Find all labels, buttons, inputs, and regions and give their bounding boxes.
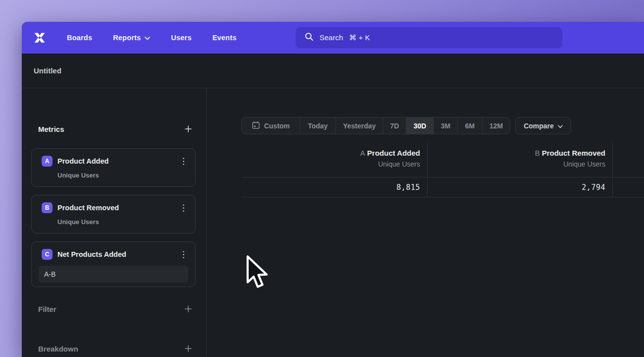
range-label: 30D bbox=[414, 122, 427, 130]
metric-card-b[interactable]: B Product Removed Unique Users bbox=[31, 195, 196, 234]
column-prefix: B bbox=[535, 149, 540, 157]
metric-badge: B bbox=[42, 202, 53, 213]
metric-value: 8,815 bbox=[396, 183, 420, 192]
range-label: 7D bbox=[390, 122, 399, 130]
metric-card-a[interactable]: A Product Added Unique Users bbox=[31, 148, 196, 187]
kebab-menu-icon[interactable] bbox=[179, 157, 187, 166]
kebab-menu-icon[interactable] bbox=[179, 250, 187, 259]
add-metric-button[interactable] bbox=[184, 124, 193, 133]
range-label: 12M bbox=[489, 122, 503, 130]
nav-item-events[interactable]: Events bbox=[213, 34, 237, 42]
metrics-section-label: Metrics bbox=[38, 125, 64, 133]
value-cell-a[interactable]: 8,815 bbox=[241, 178, 428, 197]
metric-title: Net Products Added bbox=[57, 250, 179, 258]
range-label: Yesterday bbox=[343, 122, 376, 130]
chevron-down-icon bbox=[558, 122, 563, 130]
query-sidebar: Metrics A Product Added Unique Users B P… bbox=[22, 88, 207, 357]
metric-value: 2,794 bbox=[582, 183, 605, 192]
mixpanel-logo-icon[interactable] bbox=[31, 29, 49, 46]
metric-badge: A bbox=[42, 156, 53, 167]
report-header: Untitled bbox=[22, 54, 644, 88]
range-label: Today bbox=[308, 122, 327, 130]
range-7d[interactable]: 7D bbox=[383, 118, 406, 134]
nav-item-users[interactable]: Users bbox=[171, 34, 191, 42]
nav-item-label: Reports bbox=[113, 34, 141, 42]
range-3m[interactable]: 3M bbox=[434, 118, 458, 134]
app-window: Boards Reports Users Events Search ⌘ + K bbox=[22, 22, 644, 357]
value-cell-b[interactable]: 2,794 bbox=[428, 178, 613, 197]
formula-input[interactable]: A-B bbox=[39, 266, 188, 283]
column-subtitle: Unique Users bbox=[241, 160, 420, 168]
range-custom[interactable]: Custom bbox=[242, 118, 300, 134]
mouse-cursor bbox=[246, 255, 271, 294]
range-label: 6M bbox=[465, 122, 475, 130]
column-title: Product Removed bbox=[542, 149, 605, 157]
date-range-control: Custom Today Yesterday 7D 30D 3M 6M 12M bbox=[241, 117, 510, 134]
column-prefix: A bbox=[360, 149, 365, 157]
range-yesterday[interactable]: Yesterday bbox=[336, 118, 383, 134]
calendar-icon bbox=[252, 121, 260, 131]
column-subtitle: Unique Users bbox=[428, 160, 605, 168]
search-icon bbox=[305, 32, 314, 43]
nav-item-label: Events bbox=[213, 34, 237, 42]
metric-card-c[interactable]: C Net Products Added A-B bbox=[31, 241, 196, 287]
metric-title: Product Removed bbox=[57, 204, 179, 212]
range-today[interactable]: Today bbox=[300, 118, 336, 134]
range-6m[interactable]: 6M bbox=[458, 118, 483, 134]
column-header-spacer bbox=[613, 143, 644, 177]
column-header-b[interactable]: BProduct Removed Unique Users bbox=[428, 143, 613, 177]
range-30d-selected[interactable]: 30D bbox=[406, 118, 434, 134]
add-filter-button[interactable] bbox=[184, 304, 193, 313]
search-input[interactable]: Search ⌘ + K bbox=[296, 27, 562, 48]
report-title[interactable]: Untitled bbox=[34, 66, 61, 75]
chevron-down-icon bbox=[145, 34, 150, 42]
kebab-menu-icon[interactable] bbox=[179, 203, 187, 212]
metric-subtitle[interactable]: Unique Users bbox=[57, 172, 195, 179]
search-shortcut: ⌘ + K bbox=[349, 33, 370, 42]
metric-subtitle[interactable]: Unique Users bbox=[57, 218, 195, 226]
compare-button[interactable]: Compare bbox=[515, 117, 571, 134]
column-header-a[interactable]: AProduct Added Unique Users bbox=[241, 143, 428, 177]
range-label: Custom bbox=[264, 122, 290, 130]
table-header-row: AProduct Added Unique Users BProduct Rem… bbox=[241, 143, 644, 178]
add-breakdown-button[interactable] bbox=[184, 344, 193, 353]
filter-section-label: Filter bbox=[38, 305, 56, 313]
nav-item-boards[interactable]: Boards bbox=[67, 34, 92, 42]
search-placeholder: Search bbox=[320, 33, 343, 42]
metric-title: Product Added bbox=[57, 157, 179, 165]
breakdown-section-label: Breakdown bbox=[38, 345, 78, 353]
range-12m[interactable]: 12M bbox=[483, 118, 510, 134]
compare-label: Compare bbox=[524, 122, 554, 130]
column-title: Product Added bbox=[367, 149, 420, 157]
top-nav: Boards Reports Users Events Search ⌘ + K bbox=[22, 22, 644, 54]
value-cell-spacer bbox=[613, 178, 644, 197]
metric-badge: C bbox=[42, 249, 53, 260]
nav-item-label: Boards bbox=[67, 34, 92, 42]
table-value-row: 8,815 2,794 bbox=[241, 178, 644, 197]
results-table: AProduct Added Unique Users BProduct Rem… bbox=[241, 143, 644, 197]
nav-item-label: Users bbox=[171, 34, 191, 42]
range-label: 3M bbox=[441, 122, 450, 130]
nav-item-reports[interactable]: Reports bbox=[113, 34, 150, 42]
